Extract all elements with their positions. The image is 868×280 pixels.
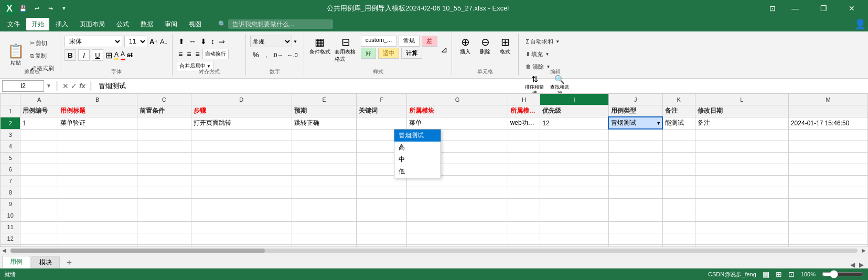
row-2-header[interactable]: 2 <box>1 117 20 129</box>
cell-K2[interactable]: 备注 <box>695 117 788 129</box>
cell-I5[interactable] <box>540 152 608 164</box>
cell-E7[interactable] <box>292 175 357 187</box>
insert-function-icon[interactable]: fx <box>79 82 85 90</box>
cell-I2[interactable]: 冒烟测试 ▼ <box>608 117 662 129</box>
scroll-right-icon[interactable]: ▶ <box>860 247 868 253</box>
cell-I4[interactable] <box>540 141 608 152</box>
calc-style-box[interactable]: 计算 <box>401 48 422 59</box>
cell-J5[interactable] <box>608 152 662 164</box>
cell-A3[interactable] <box>20 129 58 141</box>
cell-C1[interactable]: 前置条件 <box>137 105 191 117</box>
col-H[interactable]: H <box>508 94 540 105</box>
cell-F8[interactable] <box>357 187 407 198</box>
cell-E1[interactable]: 预期 <box>292 105 357 117</box>
cell-A1[interactable]: 用例编号 <box>20 105 58 117</box>
menu-insert[interactable]: 插入 <box>50 18 73 30</box>
cell-I10[interactable] <box>540 210 608 221</box>
cell-E11[interactable] <box>292 221 357 233</box>
cell-F12[interactable] <box>357 233 407 244</box>
cell-A7[interactable] <box>20 175 58 187</box>
cell-I12[interactable] <box>540 233 608 244</box>
close-button[interactable]: ✕ <box>840 0 864 17</box>
cell-H2b[interactable]: 12 <box>540 117 608 129</box>
thousands-icon[interactable]: , <box>263 49 270 60</box>
cell-F9[interactable] <box>357 198 407 210</box>
cell-D1[interactable]: 步骤 <box>191 105 292 117</box>
cell-J1[interactable]: 用例类型 <box>608 105 662 117</box>
cell-H3[interactable] <box>508 129 540 141</box>
cell-J11[interactable] <box>608 221 662 233</box>
cell-M13[interactable] <box>788 244 867 246</box>
cell-H5[interactable] <box>508 152 540 164</box>
cell-D3[interactable] <box>191 129 292 141</box>
border-icon[interactable]: ⊞ <box>105 50 112 60</box>
cell-M6[interactable] <box>788 164 867 175</box>
cell-M10[interactable] <box>788 210 867 221</box>
confirm-input-icon[interactable]: ✓ <box>71 82 77 90</box>
row-5-header[interactable]: 5 <box>1 152 20 164</box>
decrease-font-icon[interactable]: A↓ <box>160 38 168 46</box>
cell-F1[interactable]: 关键词 <box>357 105 407 117</box>
cell-G11[interactable] <box>407 221 508 233</box>
cell-K9[interactable] <box>662 198 695 210</box>
cell-G13[interactable] <box>407 244 508 246</box>
menu-data[interactable]: 数据 <box>135 18 158 30</box>
strikethrough-icon[interactable]: st <box>127 51 133 59</box>
cell-I13[interactable] <box>540 244 608 246</box>
cell-M4[interactable] <box>788 141 867 152</box>
cell-D10[interactable] <box>191 210 292 221</box>
cell-J3[interactable] <box>608 129 662 141</box>
cell-G12[interactable] <box>407 233 508 244</box>
row-8-header[interactable]: 8 <box>1 187 20 198</box>
cell-C7[interactable] <box>137 175 191 187</box>
ribbon-display-options[interactable]: ⊡ <box>766 4 779 13</box>
cell-K4[interactable] <box>662 141 695 152</box>
cell-G10[interactable] <box>407 210 508 221</box>
text-direction-icon[interactable]: ↕ <box>209 36 216 47</box>
add-sheet-button[interactable]: ＋ <box>63 256 76 268</box>
cell-L5[interactable] <box>695 152 788 164</box>
row-6-header[interactable]: 6 <box>1 164 20 175</box>
menu-formulas[interactable]: 公式 <box>111 18 134 30</box>
cell-C11[interactable] <box>137 221 191 233</box>
cell-I11[interactable] <box>540 221 608 233</box>
row-11-header[interactable]: 11 <box>1 221 20 233</box>
col-J[interactable]: J <box>608 94 662 105</box>
cell-D2[interactable]: 打开页面跳转 <box>191 117 292 129</box>
sort-filter-button[interactable]: ⇅ 排序和筛选 <box>523 74 546 96</box>
cell-J4[interactable] <box>608 141 662 152</box>
dropdown-option-low[interactable]: 低 <box>394 166 441 178</box>
quick-save[interactable]: 💾 <box>18 3 28 14</box>
cell-H7[interactable] <box>508 175 540 187</box>
bad-style-box[interactable]: 差 <box>422 36 437 47</box>
font-size-select[interactable]: 11 <box>124 36 147 47</box>
row-7-header[interactable]: 7 <box>1 175 20 187</box>
cell-H1[interactable]: 所属模块II <box>508 105 540 117</box>
cell-A12[interactable] <box>20 233 58 244</box>
cell-M3[interactable] <box>788 129 867 141</box>
right-nav-icon[interactable]: ▶ <box>859 261 864 268</box>
cell-B4[interactable] <box>58 141 137 152</box>
cell-E9[interactable] <box>292 198 357 210</box>
format-button[interactable]: ⊞ 格式 <box>496 36 514 56</box>
font-color-icon[interactable]: A <box>121 50 125 60</box>
cell-C3[interactable] <box>137 129 191 141</box>
percent-icon[interactable]: % <box>250 49 262 60</box>
cell-M5[interactable] <box>788 152 867 164</box>
cell-L12[interactable] <box>695 233 788 244</box>
col-L[interactable]: L <box>695 94 788 105</box>
insert-button[interactable]: ⊕ 插入 <box>456 36 474 56</box>
cell-B2[interactable]: 菜单验证 <box>58 117 137 129</box>
paste-button[interactable]: 📋 粘贴 <box>4 40 27 69</box>
cell-C4[interactable] <box>137 141 191 152</box>
cell-B6[interactable] <box>58 164 137 175</box>
cell-L3[interactable] <box>695 129 788 141</box>
cell-L6[interactable] <box>695 164 788 175</box>
cell-J6[interactable] <box>608 164 662 175</box>
cell-D9[interactable] <box>191 198 292 210</box>
formula-input[interactable] <box>97 81 866 91</box>
cell-G2[interactable]: 菜单 <box>407 117 508 129</box>
align-left-icon[interactable]: ≡ <box>177 48 184 60</box>
cell-D6[interactable] <box>191 164 292 175</box>
col-G[interactable]: G <box>407 94 508 105</box>
